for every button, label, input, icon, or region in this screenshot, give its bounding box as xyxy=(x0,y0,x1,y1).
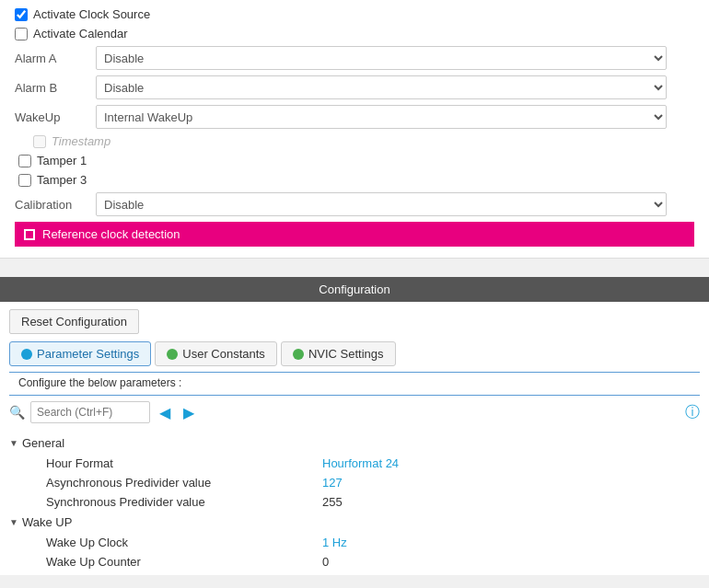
param-wakeup-counter-value: 0 xyxy=(322,555,329,569)
group-wakeup-label: Wake UP xyxy=(22,515,72,529)
tab-user-constants[interactable]: User Constants xyxy=(155,341,277,366)
config-header-text: Configuration xyxy=(319,282,389,296)
tab-user-constants-label: User Constants xyxy=(182,347,265,361)
tamper1-checkbox[interactable] xyxy=(18,155,31,167)
alarm-a-select[interactable]: Disable xyxy=(96,46,667,70)
activate-clock-source-label: Activate Clock Source xyxy=(33,7,150,21)
group-wakeup[interactable]: ▼ Wake UP xyxy=(9,512,700,533)
wakeup-row: WakeUp Internal WakeUp xyxy=(15,105,694,129)
timestamp-row: Timestamp xyxy=(33,134,694,148)
param-wakeup-clock-name: Wake Up Clock xyxy=(46,536,322,549)
chevron-general: ▼ xyxy=(9,438,18,448)
activate-calendar-checkbox[interactable] xyxy=(15,28,28,40)
search-prev-button[interactable]: ◀ xyxy=(156,404,174,421)
param-async-predivider-name: Asynchronous Predivider value xyxy=(46,476,322,490)
calibration-select[interactable]: Disable xyxy=(96,192,667,216)
tabs-row: Parameter Settings User Constants NVIC S… xyxy=(0,341,709,372)
param-sync-predivider-value: 255 xyxy=(322,495,343,509)
search-row: 🔍 ◀ ▶ ⓘ xyxy=(0,396,709,429)
alarm-b-label: Alarm B xyxy=(15,81,88,95)
timestamp-label: Timestamp xyxy=(52,134,110,148)
search-icon: 🔍 xyxy=(9,405,25,420)
tamper1-row: Tamper 1 xyxy=(18,154,694,167)
search-input[interactable] xyxy=(30,401,150,423)
param-sync-predivider: Synchronous Predivider value 255 xyxy=(9,492,700,512)
tab-user-dot xyxy=(167,349,178,360)
activate-clock-source-checkbox[interactable] xyxy=(15,8,28,21)
alarm-a-row: Alarm A Disable xyxy=(15,46,694,70)
ref-clock-bar: Reference clock detection xyxy=(15,222,694,247)
info-icon: ⓘ xyxy=(685,403,700,422)
top-section: Activate Clock Source Activate Calendar … xyxy=(0,0,709,259)
params-tree: ▼ General Hour Format Hourformat 24 Asyn… xyxy=(0,429,709,575)
config-header: Configuration xyxy=(0,277,709,302)
tab-nvic-settings-label: NVIC Settings xyxy=(308,347,384,361)
config-note: Configure the below parameters : xyxy=(9,372,700,396)
reset-configuration-button[interactable]: Reset Configuration xyxy=(9,309,139,334)
param-wakeup-counter: Wake Up Counter 0 xyxy=(9,552,700,571)
config-section: Configuration Reset Configuration Parame… xyxy=(0,277,709,575)
activate-calendar-row: Activate Calendar xyxy=(15,27,694,40)
param-wakeup-clock: Wake Up Clock 1 Hz xyxy=(9,533,700,552)
activate-calendar-label: Activate Calendar xyxy=(33,27,128,40)
ref-clock-icon xyxy=(24,229,35,240)
param-wakeup-counter-name: Wake Up Counter xyxy=(46,555,322,569)
alarm-a-label: Alarm A xyxy=(15,52,88,65)
param-sync-predivider-name: Synchronous Predivider value xyxy=(46,495,322,509)
group-general-label: General xyxy=(22,436,64,450)
tab-parameter-settings[interactable]: Parameter Settings xyxy=(9,341,151,366)
timestamp-checkbox xyxy=(33,135,46,148)
search-next-button[interactable]: ▶ xyxy=(180,404,198,421)
group-general[interactable]: ▼ General xyxy=(9,432,700,454)
group-wakeup-params: Wake Up Clock 1 Hz Wake Up Counter 0 xyxy=(9,533,700,571)
calibration-label: Calibration xyxy=(15,198,88,212)
divider xyxy=(0,259,709,268)
tamper3-row: Tamper 3 xyxy=(18,173,694,187)
param-hour-format: Hour Format Hourformat 24 xyxy=(9,454,700,473)
tamper3-checkbox[interactable] xyxy=(18,174,31,187)
tab-nvic-dot xyxy=(293,349,304,360)
alarm-b-select[interactable]: Disable xyxy=(96,75,667,99)
param-async-predivider-value: 127 xyxy=(322,476,343,490)
activate-clock-source-row: Activate Clock Source xyxy=(15,7,694,21)
tamper1-label: Tamper 1 xyxy=(37,154,87,167)
alarm-b-row: Alarm B Disable xyxy=(15,75,694,99)
param-async-predivider: Asynchronous Predivider value 127 xyxy=(9,473,700,492)
wakeup-label: WakeUp xyxy=(15,110,88,124)
ref-clock-label: Reference clock detection xyxy=(42,227,180,241)
tamper3-label: Tamper 3 xyxy=(37,173,87,187)
config-note-text: Configure the below parameters : xyxy=(18,376,181,389)
param-hour-format-value: Hourformat 24 xyxy=(322,456,399,470)
calibration-row: Calibration Disable xyxy=(15,192,694,216)
config-toolbar: Reset Configuration xyxy=(0,302,709,341)
param-hour-format-name: Hour Format xyxy=(46,456,322,470)
tab-param-dot xyxy=(21,349,32,360)
group-general-params: Hour Format Hourformat 24 Asynchronous P… xyxy=(9,454,700,512)
chevron-wakeup: ▼ xyxy=(9,517,18,527)
wakeup-select[interactable]: Internal WakeUp xyxy=(96,105,667,129)
tab-parameter-settings-label: Parameter Settings xyxy=(37,347,139,361)
param-wakeup-clock-value: 1 Hz xyxy=(322,536,347,549)
tab-nvic-settings[interactable]: NVIC Settings xyxy=(281,341,396,366)
